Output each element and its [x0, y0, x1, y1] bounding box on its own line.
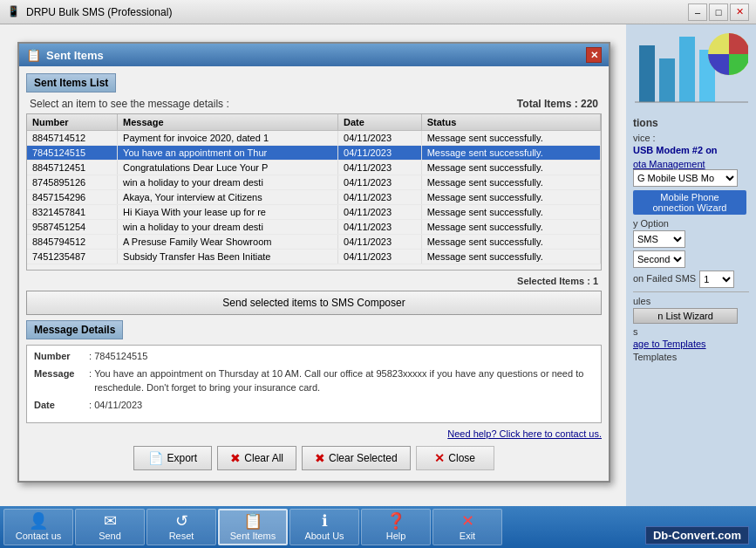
- export-label: Export: [167, 452, 197, 464]
- table-cell-date: 04/11/2023: [338, 220, 422, 235]
- close-dialog-button[interactable]: ✕ Close: [416, 446, 494, 470]
- taskbar-reset-button[interactable]: ↺ Reset: [146, 509, 216, 545]
- message-colon: :: [86, 366, 94, 395]
- maximize-button[interactable]: □: [709, 3, 728, 21]
- export-icon: 📄: [148, 451, 163, 465]
- number-value: 7845124515: [94, 349, 147, 364]
- rules-label: ules: [633, 296, 749, 306]
- col-date: Date: [338, 114, 422, 131]
- table-cell-date: 04/11/2023: [338, 190, 422, 205]
- date-row: Date : 04/11/2023: [34, 398, 594, 413]
- table-cell-date: 04/11/2023: [338, 235, 422, 250]
- right-section-title: tions: [633, 117, 749, 129]
- dialog-titlebar: 📋 Sent Items ✕: [19, 44, 609, 66]
- table-cell-number: 8845714512: [27, 131, 118, 146]
- device-label: vice :: [633, 133, 749, 143]
- wizard-line2: onnection Wizard: [638, 202, 741, 213]
- table-cell-date: 04/11/2023: [338, 205, 422, 220]
- contact-label: Contact us: [16, 531, 62, 541]
- table-cell-date: 04/11/2023: [338, 161, 422, 175]
- taskbar-sent-items-button[interactable]: 📋 Sent Items: [218, 509, 288, 545]
- send-label: Send: [99, 531, 121, 541]
- dialog-close-button[interactable]: ✕: [586, 47, 602, 63]
- table-cell-status: Message sent successfully.: [421, 161, 600, 175]
- sent-items-section-header: Sent Items List: [26, 73, 116, 92]
- minimize-button[interactable]: –: [688, 3, 707, 21]
- clear-selected-icon: ✖: [315, 451, 325, 465]
- taskbar-help-button[interactable]: ❓ Help: [361, 509, 431, 545]
- table-header-row: Number Message Date Status: [27, 114, 601, 131]
- table-cell-message: Hi Kiaya With your lease up for re: [118, 205, 338, 220]
- bottom-buttons: 📄 Export ✖ Clear All ✖ Clear Selected ✕ …: [26, 442, 602, 474]
- close-button[interactable]: ✕: [730, 3, 749, 21]
- table-cell-status: Message sent successfully.: [421, 250, 600, 264]
- templates-label: Templates: [633, 352, 749, 362]
- message-details-header: Message Details: [26, 320, 123, 339]
- table-cell-date: 04/11/2023: [338, 250, 422, 264]
- reset-label: Reset: [169, 531, 194, 541]
- number-row: Number : 7845124515: [34, 349, 594, 364]
- template-link[interactable]: age to Templates: [633, 339, 749, 349]
- send-icon: ✉: [104, 513, 117, 529]
- table-cell-message: Subsidy Transfer Has Been Initiate: [118, 250, 338, 264]
- message-label: Message: [34, 366, 86, 395]
- seconds-row: Seconds: [633, 250, 749, 268]
- data-mgmt-link[interactable]: ota Management: [633, 159, 705, 169]
- table-row[interactable]: 8745895126win a holiday to your dream de…: [27, 175, 601, 190]
- main-area: 📋 Sent Items ✕ Sent Items List Select an…: [0, 24, 756, 548]
- taskbar-about-button[interactable]: ℹ About Us: [289, 509, 359, 545]
- device-dropdown[interactable]: G Mobile USB Mo: [633, 169, 738, 187]
- clear-selected-label: Clear Selected: [329, 452, 398, 464]
- table-row[interactable]: 8845712451Congratulations Dear Luce Your…: [27, 161, 601, 175]
- number-label: Number: [34, 349, 86, 364]
- taskbar-send-button[interactable]: ✉ Send: [75, 509, 145, 545]
- table-row[interactable]: 8321457841Hi Kiaya With your lease up fo…: [27, 205, 601, 220]
- seconds-dropdown[interactable]: Seconds: [633, 250, 685, 268]
- number-colon: :: [86, 349, 94, 364]
- failed-num-dropdown[interactable]: 1: [699, 271, 734, 288]
- clear-all-button[interactable]: ✖ Clear All: [217, 446, 296, 470]
- sent-items-icon: 📋: [243, 513, 262, 529]
- table-cell-message: Akaya, Your interview at Citizens: [118, 190, 338, 205]
- dialog-body: Sent Items List Select an item to see th…: [19, 66, 609, 481]
- device-value: USB Modem #2 on: [633, 145, 749, 155]
- table-cell-status: Message sent successfully.: [421, 220, 600, 235]
- table-cell-number: 9587451254: [27, 220, 118, 235]
- table-row[interactable]: 9587451254win a holiday to your dream de…: [27, 220, 601, 235]
- clear-all-icon: ✖: [230, 451, 241, 465]
- list-wizard-button[interactable]: n List Wizard: [633, 308, 738, 324]
- close-dialog-label: Close: [448, 452, 475, 464]
- sms-type-dropdown[interactable]: SMS: [633, 230, 685, 248]
- title-bar: 📱 DRPU Bulk SMS (Professional) – □ ✕: [0, 0, 756, 24]
- table-cell-message: You have an appointment on Thur: [118, 146, 338, 161]
- help-link[interactable]: Need help? Click here to contact us.: [26, 428, 602, 439]
- taskbar-contact-button[interactable]: 👤 Contact us: [3, 509, 73, 545]
- dialog-area: 📋 Sent Items ✕ Sent Items List Select an…: [0, 24, 626, 548]
- exit-label: Exit: [460, 531, 475, 541]
- col-status: Status: [421, 114, 600, 131]
- table-cell-number: 8745895126: [27, 175, 118, 190]
- failed-label: on Failed SMS: [633, 273, 696, 284]
- items-table-container[interactable]: Number Message Date Status 8845714512Pay…: [26, 113, 602, 271]
- selected-items-info: Selected Items : 1: [26, 274, 602, 288]
- help-label: Help: [386, 531, 406, 541]
- taskbar-exit-button[interactable]: ✕ Exit: [432, 509, 502, 545]
- col-number: Number: [27, 114, 118, 131]
- message-value: You have an appointment on Thursday at 1…: [94, 366, 594, 395]
- taskbar: 👤 Contact us ✉ Send ↺ Reset 📋 Sent Items…: [0, 506, 756, 548]
- table-cell-number: 8457154296: [27, 190, 118, 205]
- message-details-box: Number : 7845124515 Message : You have a…: [26, 345, 602, 423]
- export-button[interactable]: 📄 Export: [133, 446, 212, 470]
- table-cell-number: 8845712451: [27, 161, 118, 175]
- table-row[interactable]: 7845124515You have an appointment on Thu…: [27, 146, 601, 161]
- table-row[interactable]: 8845794512A Presuse Family Wear Showroom…: [27, 235, 601, 250]
- clear-selected-button[interactable]: ✖ Clear Selected: [302, 446, 411, 470]
- send-to-composer-button[interactable]: Send selected items to SMS Composer: [26, 291, 602, 315]
- table-row[interactable]: 8845714512Payment for invoice 2020, date…: [27, 131, 601, 146]
- table-row[interactable]: 8457154296Akaya, Your interview at Citiz…: [27, 190, 601, 205]
- sent-items-dialog: 📋 Sent Items ✕ Sent Items List Select an…: [17, 42, 610, 483]
- right-divider: [633, 291, 749, 292]
- date-value: 04/11/2023: [94, 398, 142, 413]
- table-row[interactable]: 7451235487Subsidy Transfer Has Been Init…: [27, 250, 601, 264]
- table-body: 8845714512Payment for invoice 2020, date…: [27, 131, 601, 264]
